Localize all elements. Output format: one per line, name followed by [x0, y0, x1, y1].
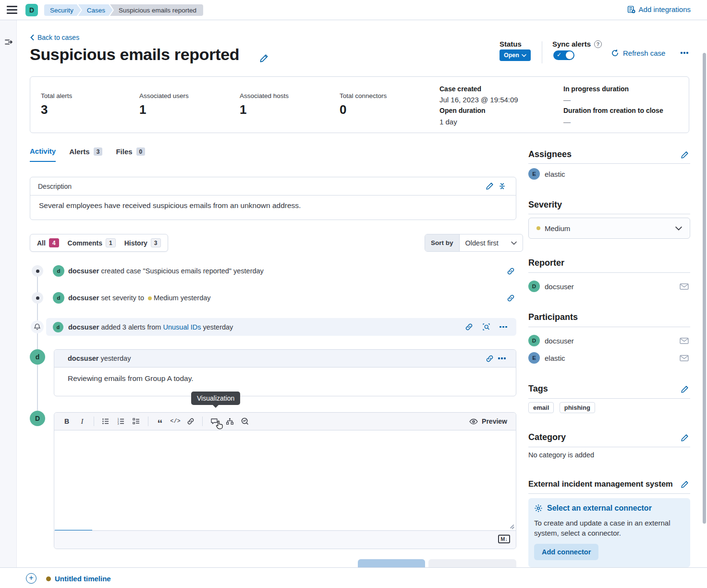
mouse-cursor: [214, 420, 225, 431]
help-icon[interactable]: ?: [594, 40, 602, 48]
link-icon[interactable]: [184, 415, 197, 428]
chevron-down-icon: [522, 54, 526, 57]
secondary-button-partial[interactable]: [428, 559, 516, 567]
external-system-title: External incident management system: [528, 479, 673, 489]
severity-select[interactable]: Medium: [528, 218, 690, 239]
assignees-title: Assignees: [528, 149, 572, 159]
collapse-description-icon[interactable]: [496, 180, 508, 193]
metric-total-alerts: Total alerts3: [41, 92, 72, 117]
case-actions-ellipsis-button[interactable]: [681, 52, 688, 54]
external-connector-panel: Select an external connector To create a…: [528, 498, 690, 567]
eye-icon: [469, 418, 478, 425]
email-icon[interactable]: [678, 334, 690, 347]
add-connector-button[interactable]: Add connector: [534, 544, 598, 560]
alert-actions-ellipsis-button[interactable]: [497, 321, 510, 333]
ordered-list-icon[interactable]: 123: [114, 415, 128, 428]
activity-filter-group: All4 Comments1 History3: [30, 234, 168, 252]
preview-toggle[interactable]: Preview: [469, 417, 510, 425]
close-duration-label: Duration from creation to close: [563, 107, 663, 114]
avatar: d: [53, 265, 64, 277]
filter-all[interactable]: All4: [37, 238, 59, 247]
timeline-event-created: docsuser created case "Suspicious emails…: [68, 267, 264, 275]
email-icon[interactable]: [678, 280, 690, 293]
participant-name: docsuser: [545, 337, 574, 345]
in-progress-duration-value: —: [563, 96, 571, 104]
resize-handle[interactable]: [510, 524, 514, 529]
edit-external-pencil-icon[interactable]: [678, 478, 691, 490]
participants-title: Participants: [528, 312, 578, 322]
copy-link-icon[interactable]: [504, 292, 517, 304]
timeline-event-severity: docsuser set severity to Medium yesterda…: [68, 294, 211, 302]
unordered-list-icon[interactable]: [99, 415, 112, 428]
svg-text:3: 3: [118, 422, 119, 425]
case-created-value: Jul 16, 2023 @ 19:54:09: [439, 96, 518, 104]
alerts-count-badge: 3: [94, 147, 103, 156]
comment-meta: docsuser yesterday: [68, 355, 131, 362]
category-empty-text: No category is added: [528, 451, 594, 459]
edit-assignees-pencil-icon[interactable]: [678, 148, 691, 161]
code-icon[interactable]: </>: [169, 415, 182, 428]
collapsed-side-nav: [0, 20, 17, 567]
description-title: Description: [38, 183, 72, 190]
add-comment-button-partial[interactable]: [358, 559, 425, 567]
back-to-cases-link[interactable]: Back to cases: [30, 34, 79, 41]
comment-textarea[interactable]: [54, 430, 516, 530]
alert-event-row: d docsuser added 3 alerts from Unusual I…: [46, 318, 516, 336]
external-connector-help-text: To create and update a case in an extern…: [534, 518, 678, 538]
case-tabs: Activity Alerts3 Files0: [30, 147, 145, 162]
bell-icon: [31, 320, 44, 333]
avatar: D: [30, 411, 45, 426]
copy-link-icon[interactable]: [463, 321, 475, 333]
italic-icon[interactable]: I: [75, 415, 89, 428]
header-divider: [542, 41, 542, 63]
new-comment-editor: B I 123 “ </> Preview: [54, 412, 516, 549]
breadcrumb-cases[interactable]: Cases: [78, 4, 113, 16]
email-icon[interactable]: [678, 352, 690, 364]
visualization-tooltip: Visualization: [191, 392, 240, 405]
new-timeline-plus-icon[interactable]: +: [26, 573, 37, 584]
quote-icon[interactable]: “: [153, 415, 167, 428]
investigate-in-timeline-icon[interactable]: [480, 321, 492, 333]
open-duration-value: 1 day: [439, 118, 457, 126]
avatar: d: [53, 322, 63, 332]
all-count-badge: 4: [49, 238, 59, 247]
tag-badge[interactable]: phishing: [560, 402, 595, 413]
edit-title-pencil-icon[interactable]: [257, 52, 270, 64]
add-integrations-button[interactable]: Add integrations: [627, 5, 691, 13]
edit-description-pencil-icon[interactable]: [483, 180, 496, 193]
tab-activity[interactable]: Activity: [30, 147, 56, 162]
task-list-icon[interactable]: [130, 415, 143, 428]
filter-history[interactable]: History3: [124, 238, 161, 247]
unusual-ids-link[interactable]: Unusual IDs: [163, 323, 201, 331]
status-open-button[interactable]: Open: [500, 49, 531, 61]
tab-alerts[interactable]: Alerts3: [69, 147, 102, 161]
bold-icon[interactable]: B: [60, 415, 73, 428]
tab-files[interactable]: Files0: [116, 147, 145, 161]
edit-tags-pencil-icon[interactable]: [678, 383, 691, 395]
breadcrumb-security[interactable]: Security: [44, 4, 81, 16]
space-avatar[interactable]: D: [25, 4, 38, 16]
copy-link-icon[interactable]: [483, 352, 496, 365]
expand-nav-icon[interactable]: [4, 37, 13, 47]
edit-category-pencil-icon[interactable]: [678, 431, 691, 444]
filter-comments[interactable]: Comments1: [68, 238, 116, 247]
tag-badge[interactable]: email: [528, 402, 554, 413]
refresh-case-button[interactable]: Refresh case: [611, 49, 665, 57]
sync-alerts-toggle[interactable]: ✓: [553, 50, 574, 60]
sort-order-select[interactable]: Oldest first: [460, 234, 523, 251]
timeline-tree-icon[interactable]: [223, 415, 236, 428]
comment-card: docsuser yesterday Reviewing emails from…: [54, 349, 516, 396]
avatar: E: [528, 352, 540, 364]
select-external-connector-link[interactable]: Select an external connector: [534, 504, 684, 513]
visualization-icon[interactable]: [238, 415, 252, 428]
menu-icon[interactable]: [7, 6, 17, 14]
metric-associated-hosts: Associated hosts1: [240, 92, 289, 117]
vertical-scrollbar[interactable]: [703, 53, 706, 524]
comment-actions-ellipsis-button[interactable]: [496, 352, 508, 365]
untitled-timeline-button[interactable]: Untitled timeline: [55, 575, 111, 583]
participant-row: D docsuser: [528, 334, 690, 347]
description-body: Several employees have received suspicio…: [30, 196, 516, 216]
copy-link-icon[interactable]: [504, 265, 517, 277]
participant-row: E elastic: [528, 352, 690, 364]
markdown-icon: M↓: [498, 535, 510, 543]
